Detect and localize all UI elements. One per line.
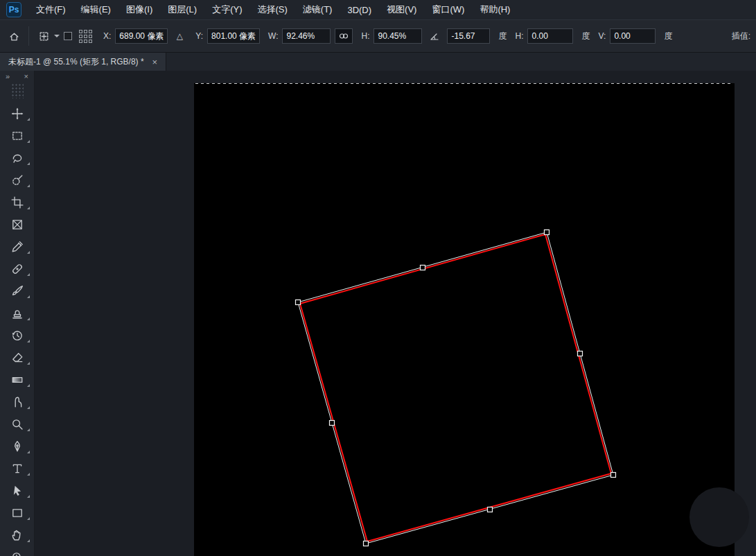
skew-v-input[interactable] xyxy=(610,28,656,44)
photoshop-window: Ps 文件(F) 编辑(E) 图像(I) 图层(L) 文字(Y) 选择(S) 滤… xyxy=(0,0,756,556)
height-label: H: xyxy=(361,31,369,41)
tool-bar: » × xyxy=(0,71,35,556)
document-tab-title: 未标题-1 @ 55.1% (矩形 1, RGB/8) * xyxy=(8,56,144,68)
menu-file[interactable]: 文件(F) xyxy=(28,0,73,19)
rectangle-tool[interactable] xyxy=(0,502,35,524)
zoom-tool[interactable] xyxy=(0,546,35,556)
collapsed-panel-indicator xyxy=(689,487,749,547)
menu-type[interactable]: 文字(Y) xyxy=(204,0,249,19)
menu-edit[interactable]: 编辑(E) xyxy=(73,0,118,19)
transform-overlay[interactable] xyxy=(194,83,735,556)
width-input[interactable] xyxy=(282,28,331,44)
reference-point-checkbox[interactable] xyxy=(64,32,72,40)
tab-close-icon[interactable]: × xyxy=(152,57,158,67)
transform-tool-preset[interactable] xyxy=(35,28,60,44)
y-input[interactable] xyxy=(207,28,260,44)
quick-selection-tool[interactable] xyxy=(0,169,35,191)
menu-help[interactable]: 帮助(H) xyxy=(472,0,518,19)
options-bar: X: △ Y: W: H: 度 H: 度 V: 度 插值: xyxy=(0,19,756,53)
move-tool[interactable] xyxy=(0,103,35,125)
canvas[interactable] xyxy=(194,83,735,556)
menu-select[interactable]: 选择(S) xyxy=(249,0,295,19)
smudge-tool[interactable] xyxy=(0,391,35,413)
rotation-unit: 度 xyxy=(498,31,507,42)
crop-tool[interactable] xyxy=(0,191,35,214)
width-label: W: xyxy=(268,31,278,41)
pasteboard xyxy=(35,71,756,556)
height-input[interactable] xyxy=(373,28,422,44)
menu-3d[interactable]: 3D(D) xyxy=(340,0,379,19)
skew-h-input[interactable] xyxy=(527,28,573,44)
reference-point-locator[interactable] xyxy=(79,30,92,43)
history-brush-tool[interactable] xyxy=(0,324,35,347)
panel-collapse-icon[interactable]: » xyxy=(6,72,10,80)
eyedropper-tool[interactable] xyxy=(0,236,35,258)
menu-layer[interactable]: 图层(L) xyxy=(160,0,204,19)
rotate-angle-icon xyxy=(426,28,443,44)
gradient-tool[interactable] xyxy=(0,369,35,391)
brush-tool[interactable] xyxy=(0,280,35,302)
document-tab[interactable]: 未标题-1 @ 55.1% (矩形 1, RGB/8) * × xyxy=(0,53,166,71)
dodge-tool[interactable] xyxy=(0,413,35,435)
panel-drag-handle[interactable] xyxy=(11,83,24,98)
menu-filter[interactable]: 滤镜(T) xyxy=(295,0,340,19)
document-tab-bar: 未标题-1 @ 55.1% (矩形 1, RGB/8) * × xyxy=(0,53,756,71)
rotation-input[interactable] xyxy=(447,28,490,44)
menu-bar: Ps 文件(F) 编辑(E) 图像(I) 图层(L) 文字(Y) 选择(S) 滤… xyxy=(0,0,756,19)
menu-view[interactable]: 视图(V) xyxy=(379,0,424,19)
home-icon[interactable] xyxy=(6,28,22,44)
path-selection-tool[interactable] xyxy=(0,480,35,502)
type-tool[interactable] xyxy=(0,458,35,480)
skew-h-unit: 度 xyxy=(581,31,590,42)
lasso-tool[interactable] xyxy=(0,147,35,169)
chevron-down-icon xyxy=(54,35,60,37)
photoshop-logo: Ps xyxy=(6,2,21,17)
panel-close-icon[interactable]: × xyxy=(24,72,28,80)
skew-v-unit: 度 xyxy=(664,31,672,42)
y-label: Y: xyxy=(195,31,203,41)
rectangular-marquee-tool[interactable] xyxy=(0,125,35,147)
skew-h-label: H: xyxy=(515,31,523,41)
healing-brush-tool[interactable] xyxy=(0,258,35,280)
x-input[interactable] xyxy=(115,28,168,44)
frame-tool[interactable] xyxy=(0,214,35,236)
hand-tool[interactable] xyxy=(0,524,35,546)
clone-stamp-tool[interactable] xyxy=(0,302,35,324)
pen-tool[interactable] xyxy=(0,435,35,458)
x-label: X: xyxy=(103,31,111,41)
separator xyxy=(28,26,29,46)
transform-tool-icon xyxy=(35,28,52,44)
interpolation-label: 插值: xyxy=(732,31,750,42)
menu-image[interactable]: 图像(I) xyxy=(118,0,160,19)
eraser-tool[interactable] xyxy=(0,347,35,369)
menu-window[interactable]: 窗口(W) xyxy=(424,0,472,19)
relative-position-toggle[interactable]: △ xyxy=(172,28,187,44)
tool-panel-header: » × xyxy=(0,71,34,81)
skew-v-label: V: xyxy=(598,31,606,41)
link-dimensions-icon[interactable] xyxy=(335,28,353,44)
